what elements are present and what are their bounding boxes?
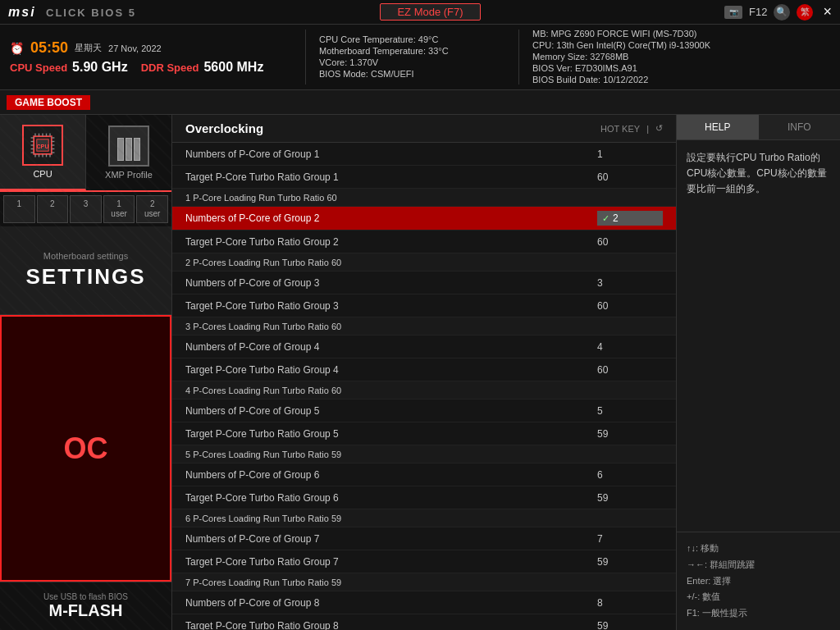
table-row: 1 P-Core Loading Run Turbo Ratio 60	[172, 189, 676, 207]
row-label: Target P-Core Turbo Ratio Group 6	[185, 492, 597, 504]
xmp-btn-3[interactable]: 3	[70, 195, 102, 223]
info-bar-right: MB: MPG Z690 FORCE WIFI (MS-7D30) CPU: 1…	[518, 30, 710, 84]
table-row[interactable]: Numbers of P-Core of Group 6 6	[172, 463, 676, 486]
row-value: 1	[597, 148, 663, 160]
row-label: 6 P-Cores Loading Run Turbo Ratio 59	[185, 514, 663, 523]
search-icon[interactable]: 🔍	[774, 4, 790, 21]
row-value: 59	[597, 428, 663, 440]
xmp-buttons-row: 1 2 3 1user 2user	[0, 192, 171, 226]
clock-icon: ⏰	[10, 42, 24, 55]
table-row[interactable]: Target P-Core Turbo Ratio Group 1 60	[172, 166, 676, 189]
top-bar: msi CLICK BIOS 5 EZ Mode (F7) 📷 F12 🔍 繁 …	[0, 0, 840, 25]
row-value: 60	[597, 300, 663, 312]
table-row[interactable]: Numbers of P-Core of Group 8 8	[172, 591, 676, 614]
table-row: 2 P-Cores Loading Run Turbo Ratio 60	[172, 253, 676, 272]
xmp-tab-label: XMP Profile	[105, 170, 153, 180]
row-label: 1 P-Core Loading Run Turbo Ratio 60	[185, 193, 663, 203]
row-label: Target P-Core Turbo Ratio Group 8	[185, 620, 597, 631]
cpu-speed-value: 5.90 GHz	[72, 60, 128, 75]
xmp-icon-box	[108, 126, 149, 167]
row-label: Numbers of P-Core of Group 5	[185, 405, 597, 417]
row-label: Numbers of P-Core of Group 6	[185, 469, 597, 481]
edit-icon: ✓	[602, 213, 609, 224]
ddr-speed-label: DDR Speed	[141, 62, 199, 74]
info-bar: ⏰ 05:50 星期天 27 Nov, 2022 CPU Speed 5.90 …	[0, 25, 840, 90]
table-row[interactable]: Numbers of P-Core of Group 5 5	[172, 399, 676, 422]
table-row[interactable]: Target P-Core Turbo Ratio Group 7 59	[172, 550, 676, 573]
table-row[interactable]: Target P-Core Turbo Ratio Group 6 59	[172, 486, 676, 509]
row-label: 5 P-Cores Loading Run Turbo Ratio 59	[185, 450, 663, 459]
oc-section[interactable]: OC	[0, 315, 171, 582]
cpu-icon-box: CPU	[22, 125, 63, 166]
table-row[interactable]: Numbers of P-Core of Group 4 4	[172, 336, 676, 358]
ddr-speed-value: 5600 MHz	[203, 60, 263, 75]
xmp-btn-user1[interactable]: 1user	[103, 195, 135, 223]
xmp-btn-1[interactable]: 1	[3, 195, 35, 223]
app-logo: msi CLICK BIOS 5	[8, 5, 136, 20]
row-label: 7 P-Cores Loading Run Turbo Ratio 59	[185, 578, 663, 587]
help-footer-line: ↑↓: 移動	[687, 541, 830, 557]
help-footer-line: F1: 一般性提示	[687, 605, 830, 622]
row-value: 59	[597, 492, 663, 504]
table-row[interactable]: Target P-Core Turbo Ratio Group 3 60	[172, 294, 676, 317]
info-bar-mid: CPU Core Temperature: 49°C Motherboard T…	[305, 30, 502, 84]
oc-section-title: Overclocking	[185, 121, 263, 135]
table-row[interactable]: Numbers of P-Core of Group 3 3	[172, 272, 676, 294]
settings-main-label: SETTINGS	[25, 264, 145, 290]
f12-label: F12	[749, 6, 767, 18]
camera-icon[interactable]: 📷	[724, 6, 742, 19]
bios-ver: BIOS Ver: E7D30IMS.A91	[532, 63, 710, 73]
oc-label: OC	[64, 431, 108, 466]
row-value: 60	[597, 236, 663, 248]
table-row[interactable]: Numbers of P-Core of Group 7 7	[172, 527, 676, 550]
info-bar-left: ⏰ 05:50 星期天 27 Nov, 2022 CPU Speed 5.90 …	[10, 30, 289, 84]
row-label: Target P-Core Turbo Ratio Group 5	[185, 428, 597, 440]
row-label: Numbers of P-Core of Group 8	[185, 597, 597, 609]
cpu-speed-item: CPU Speed 5.90 GHz	[10, 60, 128, 75]
sidebar-tab-cpu[interactable]: CPU	[0, 115, 86, 190]
xmp-btn-2[interactable]: 2	[37, 195, 69, 223]
oc-table-inner[interactable]: Numbers of P-Core of Group 1 1 Target P-…	[172, 143, 676, 630]
weekday-display: 星期天	[75, 42, 102, 54]
language-icon[interactable]: 繁	[797, 4, 813, 21]
row-label: Numbers of P-Core of Group 1	[185, 148, 597, 160]
mb-model: MB: MPG Z690 FORCE WIFI (MS-7D30)	[532, 29, 710, 39]
table-row[interactable]: Numbers of P-Core of Group 1 1	[172, 143, 676, 166]
table-row[interactable]: Target P-Core Turbo Ratio Group 8 59	[172, 614, 676, 630]
row-value: 6	[597, 469, 663, 481]
hotkey-refresh-icon[interactable]: ↺	[655, 123, 663, 134]
memory-icon	[114, 131, 144, 161]
ez-mode-button[interactable]: EZ Mode (F7)	[380, 3, 480, 21]
row-value: 60	[597, 171, 663, 183]
bios-mode: BIOS Mode: CSM/UEFI	[319, 69, 502, 79]
tab-info[interactable]: INFO	[759, 115, 841, 139]
row-label: 4 P-Cores Loading Run Turbo Ratio 60	[185, 386, 663, 395]
table-row[interactable]: Target P-Core Turbo Ratio Group 2 60	[172, 231, 676, 253]
row-value: 3	[597, 277, 663, 289]
settings-section[interactable]: Motherboard settings SETTINGS	[0, 226, 171, 315]
row-label: 3 P-Cores Loading Run Turbo Ratio 60	[185, 322, 663, 331]
cpu-speed-label: CPU Speed	[10, 62, 67, 74]
usb-flash-section[interactable]: Use USB to flash BIOS M-FLASH	[0, 582, 171, 630]
time-row: ⏰ 05:50 星期天 27 Nov, 2022	[10, 39, 289, 57]
game-boost-label[interactable]: GAME BOOST	[7, 95, 90, 110]
help-footer-line: Enter: 選擇	[687, 573, 830, 590]
row-label: Target P-Core Turbo Ratio Group 3	[185, 300, 597, 312]
vcore: VCore: 1.370V	[319, 57, 502, 67]
help-footer: ↑↓: 移動→←: 群組間跳躍Enter: 選擇+/-: 數值F1: 一般性提示	[677, 532, 840, 630]
sidebar-tab-xmp[interactable]: XMP Profile	[86, 115, 171, 190]
table-row[interactable]: Numbers of P-Core of Group 2 ✓ 2	[172, 207, 676, 231]
row-label: Target P-Core Turbo Ratio Group 2	[185, 236, 597, 248]
svg-text:CPU: CPU	[36, 143, 48, 150]
table-row: 7 P-Cores Loading Run Turbo Ratio 59	[172, 573, 676, 591]
usb-sub-label: Use USB to flash BIOS	[10, 592, 162, 601]
close-button[interactable]: ×	[823, 3, 832, 21]
row-value: 59	[597, 620, 663, 631]
row-value: 60	[597, 364, 663, 376]
table-row[interactable]: Target P-Core Turbo Ratio Group 5 59	[172, 422, 676, 445]
xmp-btn-user2[interactable]: 2user	[136, 195, 168, 223]
table-row[interactable]: Target P-Core Turbo Ratio Group 4 60	[172, 358, 676, 381]
row-label: Target P-Core Turbo Ratio Group 7	[185, 556, 597, 568]
row-value: ✓ 2	[597, 211, 663, 226]
tab-help[interactable]: HELP	[677, 115, 759, 139]
